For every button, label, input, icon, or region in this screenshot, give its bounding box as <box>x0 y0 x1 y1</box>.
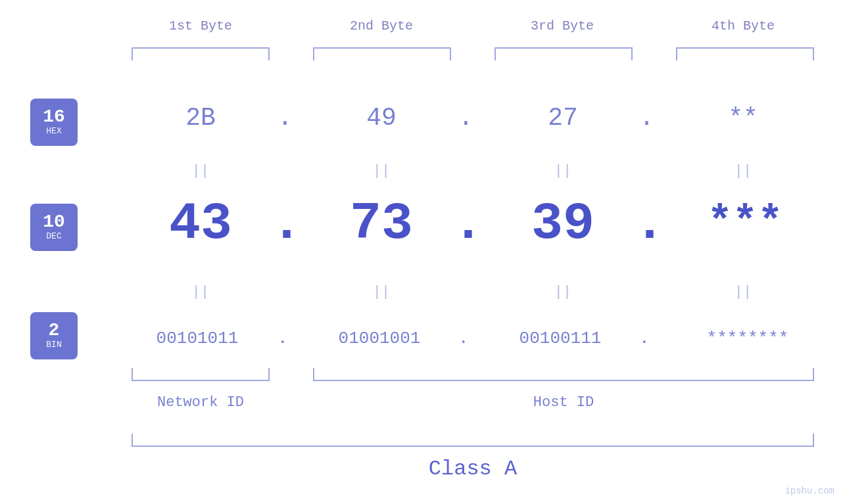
network-id-label: Network ID <box>132 394 270 411</box>
equals-1b: || <box>135 284 266 300</box>
col-header-2: 2nd Byte <box>316 18 447 34</box>
equals-2a: || <box>316 163 447 179</box>
bin-val-4: ******** <box>665 329 830 348</box>
dec-val-1: 43 <box>135 194 266 254</box>
dec-badge: 10 DEC <box>30 204 78 251</box>
bracket-bottom-class <box>132 434 814 447</box>
dec-dot-1: . <box>271 194 302 254</box>
bracket-top-1 <box>132 47 270 60</box>
equals-3a: || <box>497 163 629 179</box>
bracket-bottom-network <box>132 368 270 381</box>
bracket-top-2 <box>313 47 451 60</box>
class-label: Class A <box>132 457 814 481</box>
hex-dot-1: . <box>278 104 293 132</box>
hex-val-2: 49 <box>316 104 447 132</box>
bracket-top-4 <box>676 47 814 60</box>
bin-badge: 2 BIN <box>30 312 78 359</box>
hex-dot-3: . <box>639 104 654 132</box>
col-header-4: 4th Byte <box>677 18 809 34</box>
watermark: ipshu.com <box>785 486 834 496</box>
bin-dot-1: . <box>278 329 288 348</box>
bin-val-2: 01001001 <box>304 329 455 348</box>
hex-val-1: 2B <box>135 104 266 132</box>
bin-dot-3: . <box>639 329 650 348</box>
dec-dot-2: . <box>452 194 484 254</box>
bracket-bottom-host <box>313 368 814 381</box>
host-id-label: Host ID <box>313 394 814 411</box>
col-header-3: 3rd Byte <box>496 18 628 34</box>
hex-badge-number: 16 <box>43 108 65 126</box>
hex-dot-2: . <box>458 104 473 132</box>
dec-val-4: *** <box>669 194 821 246</box>
main-container: 1st Byte 2nd Byte 3rd Byte 4th Byte 16 H… <box>0 0 845 504</box>
hex-val-4: ** <box>677 104 809 132</box>
equals-1a: || <box>135 163 266 179</box>
bin-val-1: 00101011 <box>122 329 273 348</box>
col-header-1: 1st Byte <box>135 18 266 34</box>
bin-val-3: 00100111 <box>485 329 636 348</box>
equals-4b: || <box>677 284 809 300</box>
bin-badge-label: BIN <box>46 340 61 350</box>
dec-val-3: 39 <box>497 194 629 254</box>
dec-dot-3: . <box>634 194 665 254</box>
hex-badge-label: HEX <box>46 126 61 137</box>
hex-val-3: 27 <box>497 104 629 132</box>
equals-3b: || <box>497 284 629 300</box>
hex-badge: 16 HEX <box>30 99 78 146</box>
equals-4a: || <box>677 163 809 179</box>
bracket-top-3 <box>495 47 633 60</box>
bin-dot-2: . <box>458 329 469 348</box>
dec-val-2: 73 <box>316 194 447 254</box>
equals-2b: || <box>316 284 447 300</box>
dec-badge-label: DEC <box>46 231 61 242</box>
dec-badge-number: 10 <box>43 213 65 231</box>
bin-badge-number: 2 <box>49 321 60 340</box>
